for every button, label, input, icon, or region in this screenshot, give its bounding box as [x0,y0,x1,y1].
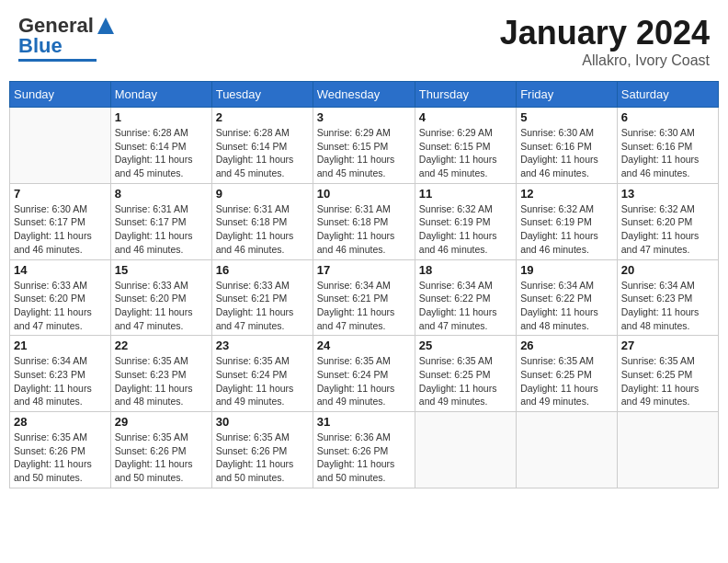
calendar-cell: 27Sunrise: 6:35 AM Sunset: 6:25 PM Dayli… [617,336,718,412]
day-info: Sunrise: 6:33 AM Sunset: 6:21 PM Dayligh… [216,279,309,333]
calendar-cell: 14Sunrise: 6:33 AM Sunset: 6:20 PM Dayli… [10,259,111,336]
calendar-cell: 10Sunrise: 6:31 AM Sunset: 6:18 PM Dayli… [313,183,415,259]
day-info: Sunrise: 6:35 AM Sunset: 6:26 PM Dayligh… [115,431,208,485]
day-number: 6 [621,110,714,124]
day-number: 13 [621,187,714,201]
calendar-day-header: Saturday [617,82,718,108]
calendar-cell: 29Sunrise: 6:35 AM Sunset: 6:26 PM Dayli… [110,412,211,488]
day-info: Sunrise: 6:36 AM Sunset: 6:26 PM Dayligh… [317,431,411,485]
day-number: 29 [115,415,208,429]
day-number: 8 [115,187,208,201]
day-info: Sunrise: 6:30 AM Sunset: 6:16 PM Dayligh… [621,126,714,180]
day-info: Sunrise: 6:35 AM Sunset: 6:26 PM Dayligh… [14,431,107,485]
day-number: 14 [14,263,107,277]
day-info: Sunrise: 6:29 AM Sunset: 6:15 PM Dayligh… [419,126,512,180]
day-info: Sunrise: 6:33 AM Sunset: 6:20 PM Dayligh… [14,279,107,333]
day-number: 22 [115,339,208,352]
calendar-cell: 19Sunrise: 6:34 AM Sunset: 6:22 PM Dayli… [517,259,618,336]
day-number: 7 [14,187,107,201]
day-number: 26 [520,339,613,352]
day-number: 23 [216,339,309,352]
day-number: 10 [317,187,411,201]
day-number: 5 [520,110,613,124]
calendar-cell: 31Sunrise: 6:36 AM Sunset: 6:26 PM Dayli… [313,412,415,488]
calendar-cell: 6Sunrise: 6:30 AM Sunset: 6:16 PM Daylig… [617,108,718,184]
calendar-cell: 25Sunrise: 6:35 AM Sunset: 6:25 PM Dayli… [415,336,516,412]
day-info: Sunrise: 6:35 AM Sunset: 6:26 PM Dayligh… [216,431,309,485]
calendar-cell: 12Sunrise: 6:32 AM Sunset: 6:19 PM Dayli… [517,183,618,259]
calendar-cell: 26Sunrise: 6:35 AM Sunset: 6:25 PM Dayli… [517,336,618,412]
day-info: Sunrise: 6:31 AM Sunset: 6:17 PM Dayligh… [115,202,208,257]
calendar-cell: 23Sunrise: 6:35 AM Sunset: 6:24 PM Dayli… [211,336,313,412]
day-info: Sunrise: 6:31 AM Sunset: 6:18 PM Dayligh… [216,202,309,257]
calendar-day-header: Thursday [415,82,516,108]
calendar-cell: 7Sunrise: 6:30 AM Sunset: 6:17 PM Daylig… [10,183,111,259]
calendar-cell: 3Sunrise: 6:29 AM Sunset: 6:15 PM Daylig… [313,108,415,184]
day-number: 2 [216,110,309,124]
month-title: January 2024 [500,14,710,52]
day-number: 27 [621,339,714,352]
calendar-day-header: Tuesday [211,82,313,108]
day-info: Sunrise: 6:35 AM Sunset: 6:25 PM Dayligh… [419,354,512,408]
calendar-cell: 17Sunrise: 6:34 AM Sunset: 6:21 PM Dayli… [313,259,415,336]
calendar-cell: 5Sunrise: 6:30 AM Sunset: 6:16 PM Daylig… [517,108,618,184]
day-info: Sunrise: 6:29 AM Sunset: 6:15 PM Dayligh… [317,126,411,180]
calendar-cell: 8Sunrise: 6:31 AM Sunset: 6:17 PM Daylig… [110,183,211,259]
day-info: Sunrise: 6:33 AM Sunset: 6:20 PM Dayligh… [115,279,208,333]
calendar-week-row: 7Sunrise: 6:30 AM Sunset: 6:17 PM Daylig… [10,183,719,259]
day-info: Sunrise: 6:30 AM Sunset: 6:17 PM Dayligh… [14,202,107,257]
day-number: 21 [14,339,107,352]
calendar-cell: 20Sunrise: 6:34 AM Sunset: 6:23 PM Dayli… [617,259,718,336]
calendar-cell: 18Sunrise: 6:34 AM Sunset: 6:22 PM Dayli… [415,259,516,336]
logo-blue: Blue [18,34,116,58]
calendar-cell: 24Sunrise: 6:35 AM Sunset: 6:24 PM Dayli… [313,336,415,412]
calendar-cell: 13Sunrise: 6:32 AM Sunset: 6:20 PM Dayli… [617,183,718,259]
calendar-week-row: 21Sunrise: 6:34 AM Sunset: 6:23 PM Dayli… [10,336,719,412]
day-number: 19 [520,263,613,277]
calendar-cell: 1Sunrise: 6:28 AM Sunset: 6:14 PM Daylig… [110,108,211,184]
calendar-cell [10,108,111,184]
calendar-header-row: SundayMondayTuesdayWednesdayThursdayFrid… [10,82,719,108]
day-number: 12 [520,187,613,201]
calendar-week-row: 1Sunrise: 6:28 AM Sunset: 6:14 PM Daylig… [10,108,719,184]
calendar-cell: 21Sunrise: 6:34 AM Sunset: 6:23 PM Dayli… [10,336,111,412]
day-number: 3 [317,110,411,124]
calendar-cell [617,412,718,488]
day-number: 31 [317,415,411,429]
calendar-cell [415,412,516,488]
day-info: Sunrise: 6:32 AM Sunset: 6:20 PM Dayligh… [621,202,714,257]
calendar-cell: 2Sunrise: 6:28 AM Sunset: 6:14 PM Daylig… [211,108,313,184]
day-number: 18 [419,263,512,277]
day-info: Sunrise: 6:32 AM Sunset: 6:19 PM Dayligh… [419,202,512,257]
title-section: January 2024 Allakro, Ivory Coast [500,14,710,69]
day-info: Sunrise: 6:35 AM Sunset: 6:24 PM Dayligh… [317,354,411,408]
day-info: Sunrise: 6:35 AM Sunset: 6:24 PM Dayligh… [216,354,309,408]
logo-underline [18,59,97,62]
calendar-cell: 15Sunrise: 6:33 AM Sunset: 6:20 PM Dayli… [110,259,211,336]
calendar-week-row: 14Sunrise: 6:33 AM Sunset: 6:20 PM Dayli… [10,259,719,336]
day-number: 16 [216,263,309,277]
day-number: 20 [621,263,714,277]
calendar-cell [517,412,618,488]
day-number: 17 [317,263,411,277]
day-info: Sunrise: 6:34 AM Sunset: 6:23 PM Dayligh… [621,279,714,333]
day-number: 25 [419,339,512,352]
day-info: Sunrise: 6:34 AM Sunset: 6:22 PM Dayligh… [419,279,512,333]
day-number: 11 [419,187,512,201]
calendar-day-header: Monday [110,82,211,108]
day-number: 15 [115,263,208,277]
calendar-cell: 16Sunrise: 6:33 AM Sunset: 6:21 PM Dayli… [211,259,313,336]
day-info: Sunrise: 6:35 AM Sunset: 6:23 PM Dayligh… [115,354,208,408]
calendar-cell: 30Sunrise: 6:35 AM Sunset: 6:26 PM Dayli… [211,412,313,488]
calendar-table: SundayMondayTuesdayWednesdayThursdayFrid… [9,81,719,488]
page-header: General Blue January 2024 Allakro, Ivory… [9,9,719,74]
day-info: Sunrise: 6:30 AM Sunset: 6:16 PM Dayligh… [520,126,613,180]
day-number: 1 [115,110,208,124]
calendar-day-header: Wednesday [313,82,415,108]
day-info: Sunrise: 6:28 AM Sunset: 6:14 PM Dayligh… [115,126,208,180]
day-number: 9 [216,187,309,201]
location-subtitle: Allakro, Ivory Coast [500,52,710,69]
logo: General Blue [18,14,116,62]
calendar-cell: 22Sunrise: 6:35 AM Sunset: 6:23 PM Dayli… [110,336,211,412]
calendar-cell: 11Sunrise: 6:32 AM Sunset: 6:19 PM Dayli… [415,183,516,259]
